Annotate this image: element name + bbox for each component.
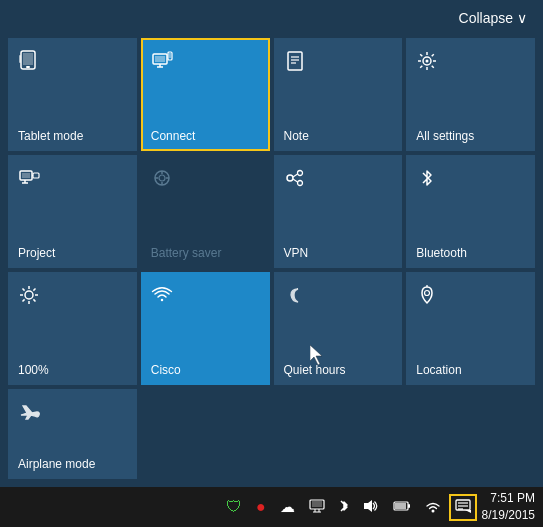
svg-rect-9 (169, 53, 171, 58)
cisco-wifi-icon (151, 284, 173, 312)
connect-icon (151, 50, 173, 78)
svg-point-62 (431, 509, 434, 512)
svg-rect-2 (26, 66, 30, 68)
tile-note[interactable]: Note (274, 38, 403, 151)
tile-airplane-mode-label: Airplane mode (18, 457, 95, 471)
svg-rect-60 (395, 503, 406, 509)
bluetooth-icon (416, 167, 438, 195)
tile-location[interactable]: Location (406, 272, 535, 385)
svg-rect-54 (312, 501, 322, 507)
action-center-header: Collapse ∨ (0, 0, 543, 34)
project-icon (18, 167, 40, 195)
svg-marker-58 (364, 500, 372, 512)
svg-point-31 (159, 175, 165, 181)
svg-point-38 (297, 181, 302, 186)
svg-line-21 (432, 66, 434, 68)
svg-line-23 (420, 66, 422, 68)
tiles-grid: Tablet mode Connect (0, 34, 543, 389)
tile-project[interactable]: Project (8, 155, 137, 268)
wifi-tb-icon[interactable] (422, 497, 444, 518)
collapse-button[interactable]: Collapse ∨ (459, 10, 527, 26)
collapse-chevron-icon: ∨ (517, 10, 527, 26)
battery-tb-icon[interactable] (390, 497, 414, 517)
tile-quiet-hours-label: Quiet hours (284, 363, 346, 377)
tile-vpn[interactable]: VPN (274, 155, 403, 268)
tile-connect-label: Connect (151, 129, 196, 143)
tile-connect[interactable]: Connect (141, 38, 270, 151)
empty-tile-3 (406, 389, 535, 479)
quiet-hours-icon (284, 284, 306, 312)
tile-cisco-label: Cisco (151, 363, 181, 377)
svg-line-20 (420, 54, 422, 56)
action-center-tb-icon[interactable] (452, 497, 474, 518)
svg-point-36 (287, 175, 293, 181)
brightness-icon (18, 284, 40, 312)
security-taskbar-icon[interactable]: 🛡 (223, 496, 245, 518)
all-settings-icon (416, 50, 438, 78)
cloud-taskbar-icon[interactable]: ☁ (277, 496, 298, 518)
action-center: Collapse ∨ Tablet mode (0, 0, 543, 487)
svg-rect-5 (155, 56, 165, 62)
svg-rect-26 (33, 173, 39, 178)
svg-rect-25 (22, 173, 30, 178)
svg-point-50 (425, 291, 430, 296)
clock-time: 7:51 PM (482, 490, 535, 507)
tile-project-label: Project (18, 246, 55, 260)
taskbar: 🛡 ● ☁ (0, 487, 543, 527)
clock-date: 8/19/2015 (482, 507, 535, 524)
airplane-mode-icon (18, 401, 40, 429)
svg-point-41 (25, 291, 33, 299)
tile-battery-saver-label: Battery saver (151, 246, 222, 260)
tile-brightness[interactable]: 100% (8, 272, 137, 385)
battery-saver-icon (151, 167, 173, 195)
svg-line-46 (23, 289, 25, 291)
collapse-label: Collapse (459, 10, 513, 26)
tile-bluetooth[interactable]: Bluetooth (406, 155, 535, 268)
svg-rect-1 (23, 53, 33, 65)
tile-all-settings-label: All settings (416, 129, 474, 143)
tile-battery-saver[interactable]: Battery saver (141, 155, 270, 268)
location-icon (416, 284, 438, 312)
svg-rect-3 (19, 55, 21, 63)
empty-tile-2 (274, 389, 403, 479)
svg-rect-10 (288, 52, 302, 70)
tile-brightness-label: 100% (18, 363, 49, 377)
tablet-mode-icon (18, 50, 40, 77)
tile-tablet-mode[interactable]: Tablet mode (8, 38, 137, 151)
svg-line-49 (23, 299, 25, 301)
svg-point-15 (426, 60, 429, 63)
svg-line-39 (293, 174, 298, 177)
tile-airplane-mode[interactable]: Airplane mode (8, 389, 137, 479)
tile-cisco[interactable]: Cisco (141, 272, 270, 385)
svg-line-40 (293, 179, 298, 182)
system-clock[interactable]: 7:51 PM 8/19/2015 (482, 490, 535, 524)
bluetooth-tb-icon[interactable] (336, 496, 352, 519)
volume-taskbar-icon[interactable] (360, 497, 382, 518)
note-icon (284, 50, 306, 78)
tile-bluetooth-label: Bluetooth (416, 246, 467, 260)
svg-point-37 (297, 171, 302, 176)
monitor-taskbar-icon[interactable] (306, 497, 328, 518)
network-alert-taskbar-icon[interactable]: ● (253, 496, 269, 518)
svg-line-22 (432, 54, 434, 56)
vpn-icon (284, 167, 306, 195)
tile-tablet-mode-label: Tablet mode (18, 129, 83, 143)
svg-line-48 (33, 289, 35, 291)
tile-quiet-hours[interactable]: Quiet hours (274, 272, 403, 385)
tile-location-label: Location (416, 363, 461, 377)
tile-note-label: Note (284, 129, 309, 143)
empty-tile-1 (141, 389, 270, 479)
tile-all-settings[interactable]: All settings (406, 38, 535, 151)
tile-vpn-label: VPN (284, 246, 309, 260)
svg-rect-61 (408, 504, 410, 508)
bottom-tiles-row: Airplane mode (0, 389, 543, 487)
svg-line-47 (33, 299, 35, 301)
